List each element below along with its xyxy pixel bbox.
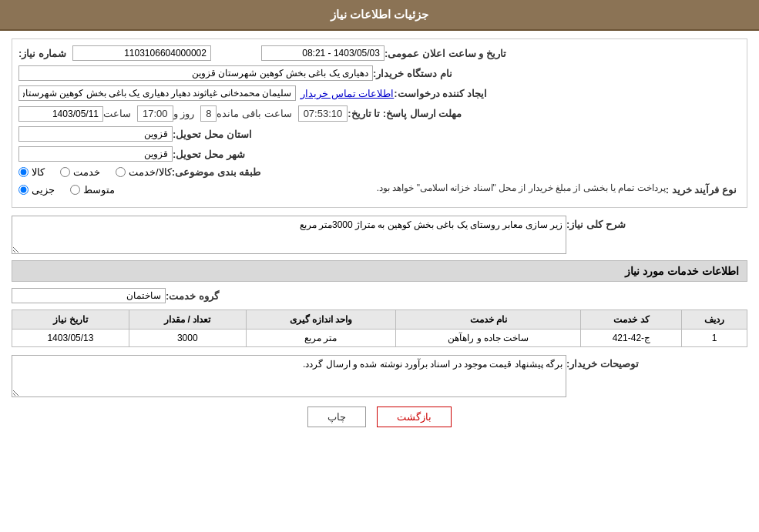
row-toseifat: توصیحات خریدار: برگه پیشنهاد قیمت موجود … xyxy=(12,355,747,397)
section2-title: اطلاعات خدمات مورد نیاز xyxy=(12,260,747,282)
table-header-row: ردیف کد خدمت نام خدمت واحد اندازه گیری ت… xyxy=(12,310,747,330)
tarikhe-elan-label: تاریخ و ساعت اعلان عمومی: xyxy=(385,48,506,59)
row-tabaqe: طبقه بندی موضوعی: کالا/خدمت خدمت کالا xyxy=(18,166,741,178)
farayand-note: پرداخت تمام یا بخشی از مبلغ خریدار از مح… xyxy=(123,182,666,193)
shomare-niaz-input[interactable] xyxy=(72,45,211,61)
tarikh-input[interactable] xyxy=(18,106,103,122)
radio-motavaset-label: متوسط xyxy=(83,184,115,196)
page-wrapper: جزئیات اطلاعات نیاز تاریخ و ساعت اعلان ع… xyxy=(0,0,759,532)
print-button[interactable]: چاپ xyxy=(307,407,366,427)
toseifat-textarea[interactable]: برگه پیشنهاد قیمت موجود در اسناد برآورد … xyxy=(12,355,566,397)
radio-kala[interactable]: کالا xyxy=(18,166,45,178)
cell-kod: ج-42-421 xyxy=(581,330,682,347)
row-mohlat: مهلت ارسال پاسخ: تا تاریخ: 07:53:10 ساعت… xyxy=(18,105,741,122)
groh-input[interactable] xyxy=(12,288,166,303)
row-ijad: ایجاد کننده درخواست: اطلاعات تماس خریدار xyxy=(18,85,741,101)
roz-value: 8 xyxy=(200,105,217,122)
radio-motavaset-input[interactable] xyxy=(70,185,80,195)
mohlat-label: مهلت ارسال پاسخ: تا تاریخ: xyxy=(348,108,462,119)
sharh-textarea[interactable]: زیر سازی معابر روستای یک باغی بخش کوهین … xyxy=(12,216,566,254)
radio-kala-input[interactable] xyxy=(18,167,29,177)
radio-kala-khedmat-input[interactable] xyxy=(116,167,126,177)
groh-label: گروه خدمت: xyxy=(166,290,219,302)
sharh-label: شرح کلی نیاز: xyxy=(566,219,626,230)
cell-tedad: 3000 xyxy=(129,330,246,347)
saat-label: ساعت xyxy=(103,108,131,119)
ijad-input[interactable] xyxy=(18,85,296,101)
table-row: 1 ج-42-421 ساخت جاده و راهآهن متر مربع 3… xyxy=(12,330,747,347)
tarikhe-elan-input[interactable] xyxy=(261,45,385,61)
radio-kala-label: کالا xyxy=(32,166,45,178)
cell-nam: ساخت جاده و راهآهن xyxy=(396,330,581,347)
row-farayand: نوع فرآیند خرید : پرداخت تمام یا بخشی از… xyxy=(18,182,741,196)
page-header: جزئیات اطلاعات نیاز xyxy=(0,0,759,31)
col-radif: ردیف xyxy=(682,310,747,330)
services-table-section: ردیف کد خدمت نام خدمت واحد اندازه گیری ت… xyxy=(12,309,747,347)
saat-baqi-value: 07:53:10 xyxy=(298,105,348,122)
tabaqe-label: طبقه بندی موضوعی: xyxy=(172,166,261,178)
col-kod: کد خدمت xyxy=(581,310,682,330)
col-nam: نام خدمت xyxy=(396,310,581,330)
page-title: جزئیات اطلاعات نیاز xyxy=(331,8,428,21)
radio-jozi-input[interactable] xyxy=(18,185,29,195)
radio-motavaset[interactable]: متوسط xyxy=(70,184,115,196)
saat-value: 17:00 xyxy=(137,105,173,122)
cell-radif: 1 xyxy=(682,330,747,347)
toseifat-label: توصیحات خریدار: xyxy=(566,358,639,370)
shahr-input[interactable] xyxy=(18,146,173,162)
roz-label: روز و xyxy=(173,108,195,119)
row-nam-dastgah: نام دستگاه خریدار: xyxy=(18,65,741,81)
row-sharh: شرح کلی نیاز: زیر سازی معابر روستای یک ب… xyxy=(12,216,747,254)
radio-khedmat-input[interactable] xyxy=(60,167,70,177)
radio-khedmat[interactable]: خدمت xyxy=(60,166,100,178)
row-groh: گروه خدمت: xyxy=(12,288,747,303)
row-shahr: شهر محل تحویل: xyxy=(18,146,741,162)
main-form-section: تاریخ و ساعت اعلان عمومی: شماره نیاز: نا… xyxy=(12,38,747,208)
ostan-label: استان محل تحویل: xyxy=(173,129,252,140)
saat-baqi-label: ساعت باقی مانده xyxy=(217,108,291,119)
radio-kala-khedmat-label: کالا/خدمت xyxy=(129,166,172,178)
content-area: تاریخ و ساعت اعلان عمومی: شماره نیاز: نا… xyxy=(0,31,759,443)
col-tedad: تعداد / مقدار xyxy=(129,310,246,330)
ettelaat-tamas-link[interactable]: اطلاعات تماس خریدار xyxy=(301,88,394,99)
button-row: بازگشت چاپ xyxy=(12,407,747,427)
nam-dastgah-label: نام دستگاه خریدار: xyxy=(373,68,452,79)
shomare-niaz-label: شماره نیاز: xyxy=(18,48,66,59)
radio-jozi[interactable]: جزیی xyxy=(18,184,55,196)
radio-khedmat-label: خدمت xyxy=(73,166,100,178)
row-shomara-tarikh: تاریخ و ساعت اعلان عمومی: شماره نیاز: xyxy=(18,45,741,61)
radio-kala-khedmat[interactable]: کالا/خدمت xyxy=(116,166,172,178)
back-button[interactable]: بازگشت xyxy=(377,407,452,427)
radio-jozi-label: جزیی xyxy=(32,184,55,196)
col-vahed: واحد اندازه گیری xyxy=(246,310,395,330)
farayand-radio-group: متوسط جزیی xyxy=(18,184,115,196)
shahr-label: شهر محل تحویل: xyxy=(173,149,245,160)
tabaqe-radio-group: کالا/خدمت خدمت کالا xyxy=(18,166,172,178)
row-ostan: استان محل تحویل: xyxy=(18,126,741,142)
cell-vahed: متر مربع xyxy=(246,330,395,347)
farayand-label: نوع فرآیند خرید : xyxy=(666,184,737,196)
nam-dastgah-input[interactable] xyxy=(18,65,373,81)
cell-tarikh: 1403/05/13 xyxy=(12,330,129,347)
ostan-input[interactable] xyxy=(18,126,173,142)
col-tarikh: تاریخ نیاز xyxy=(12,310,129,330)
services-table: ردیف کد خدمت نام خدمت واحد اندازه گیری ت… xyxy=(12,309,747,347)
ijad-label: ایجاد کننده درخواست: xyxy=(394,88,487,99)
